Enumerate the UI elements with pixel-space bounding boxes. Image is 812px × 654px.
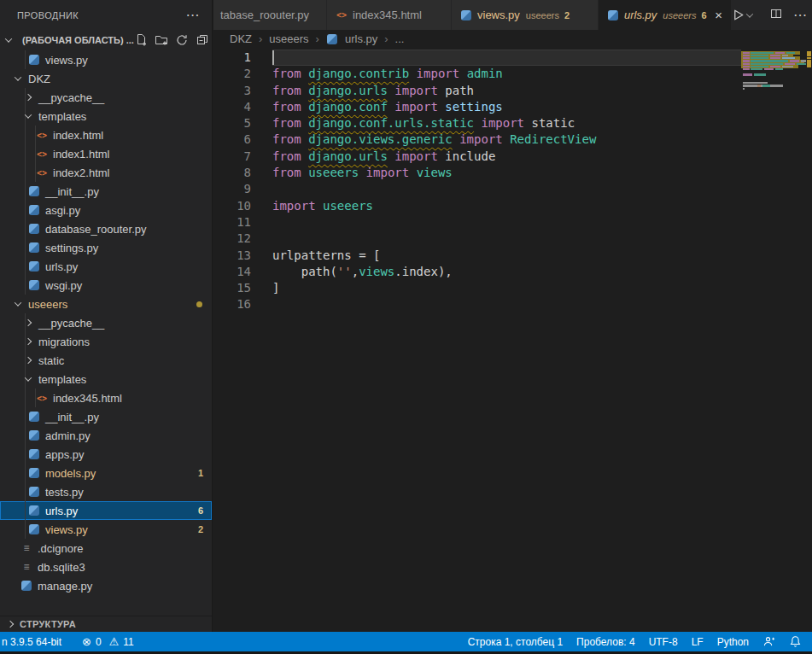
breadcrumb-item-...[interactable]: ... — [395, 32, 405, 45]
code-line-16[interactable]: 16 — [213, 296, 812, 312]
breadcrumb-item-urls.py[interactable]: urls.py — [345, 32, 377, 45]
tree-item-label: apps.py — [45, 448, 85, 461]
code-line-12[interactable]: 12 — [213, 231, 812, 247]
tree-item-__init__.py[interactable]: __init__.py — [0, 407, 212, 426]
status-indentation[interactable]: Пробелов: 4 — [570, 632, 642, 651]
tab-tabase_roouter.py[interactable]: tabase_roouter.py — [213, 0, 327, 30]
code-line-text: from django.conf import settings — [272, 99, 741, 115]
status-problems[interactable]: ⊗ 0 ⚠ 11 — [75, 632, 141, 651]
code-line-text: from django.contrib import admin — [272, 66, 741, 82]
tree-item-wsgi.py[interactable]: wsgi.py — [0, 276, 212, 295]
tab-index345.html[interactable]: <>index345.html — [327, 0, 452, 30]
code-line-13[interactable]: 13urlpatterns = [ — [213, 248, 812, 264]
file-icon-py — [28, 242, 40, 254]
code-line-7[interactable]: 7from django.urls import include — [213, 149, 812, 165]
code-line-14[interactable]: 14 path('',views.index), — [213, 264, 812, 280]
tree-item-admin.py[interactable]: admin.py — [0, 426, 212, 445]
tree-item-DKZ[interactable]: DKZ — [0, 69, 212, 88]
tree-item-.dcignore[interactable]: ≡.dcignore — [0, 539, 212, 558]
file-icon-py — [28, 523, 40, 535]
collapse-all-button[interactable] — [196, 33, 209, 47]
code-line-11[interactable]: 11 — [213, 214, 812, 231]
line-number: 9 — [213, 181, 251, 197]
status-eol[interactable]: LF — [685, 632, 710, 651]
tree-item-static[interactable]: static — [0, 351, 212, 370]
breadcrumb-item-useeers[interactable]: useeers — [269, 32, 308, 45]
code-line-9[interactable]: 9 — [213, 181, 812, 197]
code-line-4[interactable]: 4from django.conf import settings — [213, 99, 812, 115]
tab-problems-count: 2 — [564, 10, 570, 20]
tree-item-__pycache__[interactable]: __pycache__ — [0, 88, 212, 107]
tree-item-useeers[interactable]: useeers — [0, 295, 212, 313]
code-editor[interactable]: 12from django.contrib import admin3from … — [213, 48, 812, 632]
tree-item-index.html[interactable]: <>index.html — [0, 126, 212, 144]
tree-item-views.py[interactable]: views.py — [0, 50, 212, 69]
tree-item-index345.html[interactable]: <>index345.html — [0, 388, 212, 407]
code-line-2[interactable]: 2from django.contrib import admin — [213, 66, 812, 82]
tree-item-db.sqlite3[interactable]: ≡db.sqlite3 — [0, 558, 212, 576]
tree-item-index1.html[interactable]: <>index1.html — [0, 144, 212, 163]
line-number: 7 — [213, 149, 251, 165]
split-editor-button[interactable] — [769, 7, 783, 24]
tree-item-models.py[interactable]: models.py1 — [0, 464, 212, 482]
python-icon — [29, 186, 39, 196]
new-folder-button[interactable] — [155, 33, 168, 47]
minimap[interactable] — [741, 49, 806, 632]
code-line-1[interactable]: 1 — [213, 50, 812, 66]
tree-item-label: admin.py — [45, 429, 91, 442]
status-python-version[interactable]: n 3.9.5 64-bit — [0, 632, 68, 651]
tree-item-label: views.py — [45, 523, 88, 536]
code-line-8[interactable]: 8from useeers import views — [213, 165, 812, 181]
run-dropdown-chevron-icon[interactable] — [746, 10, 753, 17]
tree-item-__pycache__[interactable]: __pycache__ — [0, 313, 212, 332]
tab-urls.py[interactable]: urls.pyuseeers6× — [599, 0, 731, 30]
new-file-button[interactable] — [134, 33, 148, 47]
outline-section-header[interactable]: СТРУКТУРА — [0, 616, 212, 632]
tab-views.py[interactable]: views.pyuseeers2 — [452, 0, 599, 30]
line-number: 12 — [213, 231, 251, 247]
tree-item-__init__.py[interactable]: __init__.py — [0, 182, 212, 201]
tree-item-urls.py[interactable]: urls.py6 — [0, 501, 212, 520]
tree-item-urls.py[interactable]: urls.py — [0, 257, 212, 276]
editor-more-actions-icon[interactable]: ⋯ — [793, 12, 807, 19]
code-line-6[interactable]: 6from django.views.generic import Redire… — [213, 131, 812, 148]
tree-item-templates[interactable]: templates — [0, 370, 212, 388]
notifications-bell-icon[interactable] — [782, 632, 809, 651]
tree-item-templates[interactable]: templates — [0, 107, 212, 126]
run-python-file-button[interactable] — [731, 8, 759, 22]
code-line-text — [272, 296, 741, 312]
code-line-text: import useeers — [272, 198, 741, 214]
refresh-button[interactable] — [175, 33, 189, 47]
code-line-text — [272, 181, 741, 197]
html-icon: <> — [36, 129, 48, 141]
tree-item-settings.py[interactable]: settings.py — [0, 238, 212, 257]
tree-item-asgi.py[interactable]: asgi.py — [0, 201, 212, 219]
tab-bar: tabase_roouter.py<>index345.htmlviews.py… — [213, 0, 812, 30]
status-encoding[interactable]: UTF-8 — [642, 632, 685, 651]
line-number: 4 — [213, 99, 251, 115]
line-number: 2 — [213, 66, 251, 82]
tree-item-migrations[interactable]: migrations — [0, 332, 212, 351]
file-icon-py — [28, 54, 40, 66]
code-line-3[interactable]: 3from django.urls import path — [213, 83, 812, 99]
status-language[interactable]: Python — [710, 632, 756, 651]
close-tab-icon[interactable]: × — [715, 10, 722, 20]
breadcrumb-item-DKZ[interactable]: DKZ — [230, 32, 252, 45]
tree-item-database_roouter.py[interactable]: database_roouter.py — [0, 219, 212, 238]
feedback-icon[interactable] — [756, 632, 782, 651]
modified-dot-icon — [196, 301, 202, 307]
tree-item-manage.py[interactable]: manage.py — [0, 576, 212, 595]
tree-item-views.py[interactable]: views.py2 — [0, 520, 212, 539]
code-line-10[interactable]: 10import useeers — [213, 198, 812, 214]
tree-item-tests.py[interactable]: tests.py — [0, 482, 212, 501]
workspace-section-header[interactable]: (РАБОЧАЯ ОБЛАСТЬ) ... — [0, 30, 212, 50]
overview-ruler[interactable] — [806, 48, 812, 632]
tree-item-label: __pycache__ — [38, 317, 104, 330]
html-icon: <> — [336, 9, 348, 21]
tree-item-index2.html[interactable]: <>index2.html — [0, 163, 212, 182]
status-cursor-position[interactable]: Строка 1, столбец 1 — [461, 632, 570, 651]
code-line-15[interactable]: 15] — [213, 280, 812, 296]
tree-item-apps.py[interactable]: apps.py — [0, 445, 212, 464]
explorer-more-actions-icon[interactable]: ⋯ — [186, 11, 200, 20]
code-line-5[interactable]: 5from django.conf.urls.static import sta… — [213, 115, 812, 131]
